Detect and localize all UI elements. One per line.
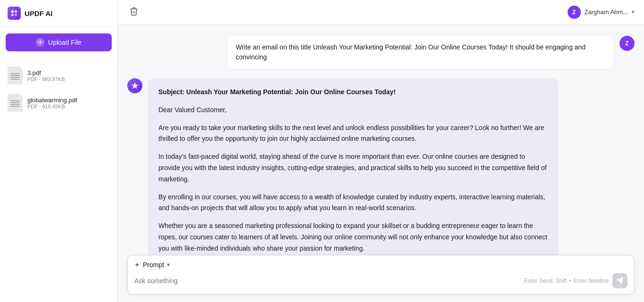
send-button[interactable] <box>612 273 627 288</box>
list-item[interactable]: globalwarming.pdf PDF · 918.45KB <box>0 89 117 116</box>
ai-avatar <box>127 78 142 93</box>
file-meta: PDF · 883.97KB <box>27 76 65 82</box>
file-list: 3.pdf PDF · 883.97KB globalwarming.pdf P… <box>0 58 117 120</box>
email-p3: By enrolling in our courses, you will ha… <box>158 192 548 214</box>
svg-rect-1 <box>15 10 17 13</box>
clear-chat-button[interactable] <box>127 5 140 19</box>
ai-bubble: Subject: Unleash Your Marketing Potentia… <box>148 78 558 255</box>
upload-file-button[interactable]: + Upload File <box>6 33 112 51</box>
email-p4: Whether you are a seasoned marketing pro… <box>158 220 548 254</box>
app-title: UPDF AI <box>25 9 52 17</box>
plus-icon: + <box>36 38 44 47</box>
svg-marker-6 <box>617 278 623 284</box>
chevron-down-icon: ▾ <box>632 9 635 15</box>
file-icon <box>8 94 23 112</box>
chat-area: Write an email on this title Unleash You… <box>118 24 644 255</box>
topbar: Z Zargham Ahm... ▾ <box>118 0 644 24</box>
sidebar: UPDF AI + Upload File 3.pdf PDF · 883.97… <box>0 0 118 302</box>
app-logo <box>8 7 21 20</box>
svg-point-4 <box>134 85 136 87</box>
email-p2: In today's fast-paced digital world, sta… <box>158 151 548 185</box>
list-item[interactable]: 3.pdf PDF · 883.97KB <box>0 62 117 89</box>
file-name: globalwarming.pdf <box>27 97 77 104</box>
sparkle-icon: ✦ <box>134 261 140 269</box>
input-area: ✦ Prompt ▾ Enter Send; Shift + Enter New… <box>127 255 635 294</box>
prompt-label: Prompt <box>143 261 164 269</box>
svg-rect-3 <box>15 14 17 16</box>
user-bubble: Write an email on this title Unleash You… <box>227 36 614 69</box>
file-info: globalwarming.pdf PDF · 918.45KB <box>27 97 77 109</box>
email-p1: Are you ready to take your marketing ski… <box>158 122 548 145</box>
user-message: Write an email on this title Unleash You… <box>127 36 635 69</box>
svg-rect-0 <box>11 10 14 13</box>
upload-label: Upload File <box>48 39 82 46</box>
trash-icon <box>129 7 139 17</box>
email-greeting: Dear Valued Customer, <box>158 105 548 116</box>
input-hint: Enter Send; Shift + Enter Newline <box>524 278 609 284</box>
main-panel: Z Zargham Ahm... ▾ Write an email on thi… <box>118 0 644 302</box>
avatar: Z <box>568 6 581 19</box>
user-avatar: Z <box>619 36 635 51</box>
email-subject: Subject: Unleash Your Marketing Potentia… <box>158 87 548 98</box>
prompt-dropdown-button[interactable]: ▾ <box>167 261 170 268</box>
chat-input[interactable] <box>134 277 520 285</box>
file-meta: PDF · 918.45KB <box>27 104 77 109</box>
input-toolbar: ✦ Prompt ▾ <box>134 261 627 269</box>
ai-message: Subject: Unleash Your Marketing Potentia… <box>127 78 635 255</box>
user-menu[interactable]: Z Zargham Ahm... ▾ <box>568 6 635 19</box>
sidebar-header: UPDF AI <box>0 0 117 27</box>
svg-rect-2 <box>11 14 14 16</box>
file-info: 3.pdf PDF · 883.97KB <box>27 69 65 82</box>
file-icon <box>8 66 23 84</box>
file-name: 3.pdf <box>27 69 65 76</box>
input-field-row: Enter Send; Shift + Enter Newline <box>134 273 627 288</box>
user-name-label: Zargham Ahm... <box>585 8 628 16</box>
